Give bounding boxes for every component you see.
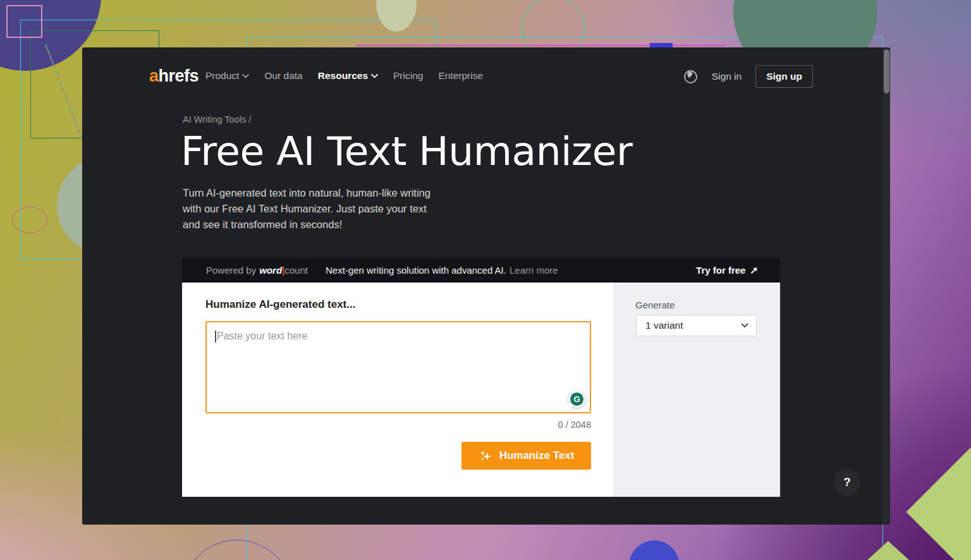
wordcount-brand: word — [259, 265, 282, 276]
variant-dropdown[interactable]: 1 variant — [636, 315, 757, 336]
sponsor-banner: Powered by word|count Next-gen writing s… — [182, 258, 780, 283]
page-subtitle: Turn AI-generated text into natural, hum… — [183, 185, 431, 233]
logo-rest: hrefs — [159, 66, 199, 85]
subtitle-line: Turn AI-generated text into natural, hum… — [183, 185, 431, 201]
nav-item-resources[interactable]: Resources — [318, 70, 378, 82]
scrollbar-thumb[interactable] — [884, 49, 889, 94]
arrow-up-right-icon: ↗ — [750, 265, 758, 276]
text-input-area: G — [205, 321, 591, 413]
decor-blue-segment — [650, 43, 673, 47]
nav-right-group: Sign in Sign up — [683, 65, 813, 88]
subtitle-line: and see it transformed in seconds! — [183, 217, 431, 233]
browser-window: ahrefs Product Our data Resources Pricin… — [82, 47, 890, 525]
nav-item-our-data[interactable]: Our data — [264, 70, 302, 82]
chevron-down-icon — [242, 74, 249, 78]
page-title: Free AI Text Humanizer — [181, 128, 632, 174]
sign-up-button[interactable]: Sign up — [755, 65, 813, 88]
breadcrumb[interactable]: AI Writing Tools / — [183, 114, 251, 125]
generate-label: Generate — [635, 300, 675, 310]
globe-icon[interactable] — [683, 70, 698, 84]
nav-item-product[interactable]: Product — [205, 70, 249, 82]
humanize-text-button[interactable]: Humanize Text — [461, 442, 591, 470]
grammarly-icon[interactable]: G — [568, 391, 585, 408]
subtitle-line: with our Free AI Text Humanizer. Just pa… — [183, 201, 431, 217]
nav-item-pricing[interactable]: Pricing — [393, 70, 423, 82]
powered-by-label: Powered by — [206, 265, 256, 276]
grammarly-letter: G — [570, 393, 583, 406]
nav-item-enterprise[interactable]: Enterprise — [438, 70, 483, 82]
wordcount-brand-suffix: count — [284, 265, 308, 276]
try-for-free-link[interactable]: Try for free↗ — [696, 265, 758, 276]
text-cursor — [215, 331, 216, 343]
humanizer-tool-card: Generate 1 variant Humanize AI-generated… — [182, 283, 780, 497]
decor-pink-ellipse — [12, 207, 47, 233]
main-nav: Product Our data Resources Pricing Enter… — [205, 70, 483, 82]
ahrefs-logo[interactable]: ahrefs — [149, 66, 198, 86]
paste-text-input[interactable] — [205, 321, 591, 413]
variant-selected-value: 1 variant — [645, 320, 683, 331]
banner-message: Next-gen writing solution with advanced … — [326, 265, 506, 276]
scrollbar-track[interactable] — [882, 47, 890, 525]
tool-heading: Humanize AI-generated text... — [205, 298, 355, 311]
chevron-down-icon — [741, 323, 748, 328]
decor-lime-triangle — [867, 541, 909, 560]
decor-lime-diamond — [906, 424, 971, 560]
decor-pink-square — [6, 5, 42, 38]
help-button[interactable]: ? — [834, 469, 860, 496]
chevron-down-icon — [371, 74, 378, 78]
humanize-button-label: Humanize Text — [499, 449, 575, 462]
sparkles-icon — [479, 449, 492, 463]
learn-more-link[interactable]: Learn more — [510, 265, 558, 276]
logo-accent-letter: a — [149, 66, 159, 85]
character-counter: 0 / 2048 — [205, 420, 591, 430]
sign-in-link[interactable]: Sign in — [712, 71, 742, 82]
options-panel: Generate 1 variant — [613, 283, 780, 497]
